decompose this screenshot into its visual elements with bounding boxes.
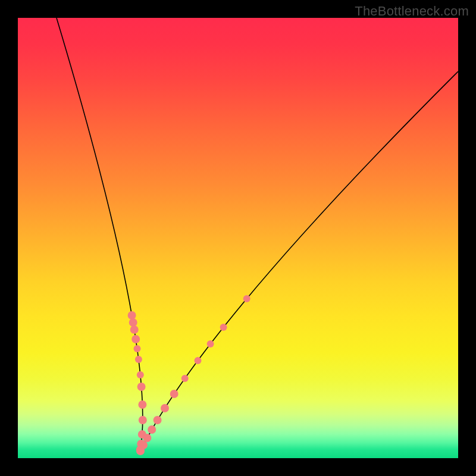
data-marker <box>134 345 141 352</box>
data-marker <box>130 325 139 334</box>
left-curve <box>57 18 143 452</box>
data-marker <box>220 324 227 331</box>
data-marker <box>143 434 151 442</box>
data-marker <box>148 425 156 434</box>
data-marker <box>138 400 146 409</box>
data-marker <box>161 404 169 412</box>
data-marker <box>135 356 142 363</box>
data-marker <box>137 383 146 391</box>
data-marker <box>131 335 140 343</box>
watermark-text: TheBottleneck.com <box>355 4 469 19</box>
right-curve <box>140 71 458 452</box>
data-marker <box>137 371 144 378</box>
data-marker <box>129 318 137 327</box>
data-marker <box>170 390 178 398</box>
data-marker <box>207 340 214 347</box>
plot-area <box>18 18 458 458</box>
data-marker <box>195 357 202 364</box>
data-marker <box>139 441 148 449</box>
data-marker <box>128 311 136 320</box>
data-markers <box>128 295 250 455</box>
data-marker <box>181 375 189 382</box>
data-marker <box>154 416 162 424</box>
data-marker <box>243 295 250 302</box>
chart-frame: TheBottleneck.com <box>0 0 476 476</box>
curve-layer <box>18 18 458 458</box>
data-marker <box>139 416 147 424</box>
